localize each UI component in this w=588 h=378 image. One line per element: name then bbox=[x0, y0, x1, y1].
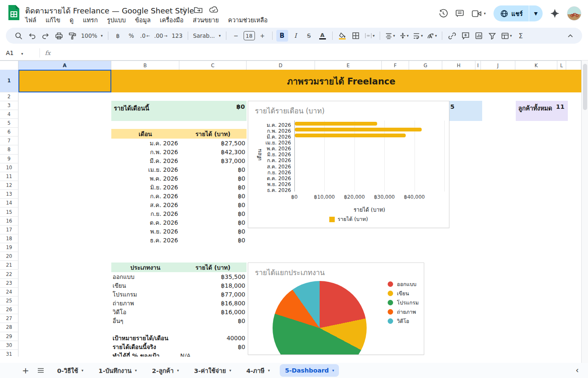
column-header-G[interactable]: G bbox=[409, 61, 442, 70]
font-size-input[interactable]: 18 bbox=[244, 31, 255, 40]
insert-comment-icon[interactable] bbox=[459, 30, 471, 42]
print-icon[interactable] bbox=[53, 30, 65, 42]
sheet-tab-3-ค่าใช้จ่าย[interactable]: 3-ค่าใช้จ่าย▾ bbox=[189, 364, 236, 377]
column-header-A[interactable]: A bbox=[18, 61, 111, 70]
row-header-30[interactable]: 30 bbox=[0, 341, 18, 350]
income-cell[interactable]: ฿35,500 bbox=[179, 273, 247, 280]
row-header-11[interactable]: 11 bbox=[0, 172, 18, 181]
row-header-16[interactable]: 16 bbox=[0, 217, 18, 226]
row-header-29[interactable]: 29 bbox=[0, 332, 18, 341]
income-cell[interactable]: ฿18,000 bbox=[179, 282, 247, 289]
month-cell[interactable]: ก.พ. 2026 bbox=[111, 147, 179, 157]
month-cell[interactable]: ก.ค. 2026 bbox=[111, 192, 179, 201]
column-header-F[interactable]: F bbox=[382, 61, 409, 70]
insert-chart-icon[interactable] bbox=[473, 30, 485, 42]
share-button[interactable]: แชร์ ▼ bbox=[494, 5, 543, 21]
row-header-1[interactable]: 1 bbox=[0, 70, 18, 92]
month-row[interactable]: ก.พ. 2026฿42,300 bbox=[111, 147, 247, 156]
menu-item-3[interactable]: แทรก bbox=[83, 15, 97, 25]
sheet-tab-caret-icon[interactable]: ▾ bbox=[81, 368, 84, 373]
functions-button[interactable]: Σ bbox=[515, 30, 527, 42]
type-row[interactable]: ออกแบบ฿35,500 bbox=[111, 272, 247, 281]
month-row[interactable]: ก.ค. 2026฿0 bbox=[111, 192, 247, 200]
font-select[interactable]: Sarab...▾ bbox=[192, 30, 222, 42]
summary-row[interactable]: รายได้เดือนนี้จริง฿0 bbox=[111, 342, 247, 351]
row-header-25[interactable]: 25 bbox=[0, 297, 18, 305]
row-header-26[interactable]: 26 bbox=[0, 305, 18, 314]
vertical-scrollbar[interactable] bbox=[581, 60, 588, 363]
move-folder-icon[interactable] bbox=[194, 6, 202, 13]
income-cell[interactable]: ฿0 bbox=[179, 318, 247, 324]
add-sheet-icon[interactable]: + bbox=[19, 364, 32, 377]
increase-decimal-button[interactable]: .00→ bbox=[153, 30, 169, 42]
income-cell[interactable]: ฿77,000 bbox=[179, 291, 247, 298]
type-row[interactable]: วิดีโอ฿16,000 bbox=[111, 307, 247, 316]
month-cell[interactable]: มี.ค. 2026 bbox=[111, 156, 179, 165]
summary-value-cell[interactable]: ฿0 bbox=[179, 344, 247, 350]
month-row[interactable]: พ.ค. 2026฿0 bbox=[111, 174, 247, 183]
month-cell[interactable]: ต.ค. 2026 bbox=[111, 218, 179, 227]
sheet-tab-caret-icon[interactable]: ▾ bbox=[135, 368, 137, 373]
month-row[interactable]: พ.ย. 2026฿0 bbox=[111, 227, 247, 236]
kpi-month-income-cell[interactable]: รายได้เดือนนี้ ฿0 bbox=[111, 101, 247, 121]
menu-item-8[interactable]: ความช่วยเหลือ bbox=[228, 15, 268, 25]
type-cell[interactable]: อื่นๆ bbox=[111, 316, 179, 326]
gemini-icon[interactable] bbox=[550, 9, 559, 18]
column-header-C[interactable]: C bbox=[179, 61, 247, 70]
income-cell[interactable]: ฿37,000 bbox=[179, 158, 247, 164]
income-cell[interactable]: ฿0 bbox=[179, 193, 247, 200]
row-header-17[interactable]: 17 bbox=[0, 226, 18, 234]
summary-label-cell[interactable]: รายได้เดือนนี้จริง bbox=[111, 342, 179, 352]
decrease-font-size-button[interactable]: − bbox=[230, 30, 242, 42]
month-cell[interactable]: ก.ย. 2026 bbox=[111, 209, 179, 218]
merge-cells-button[interactable]: ▾ bbox=[363, 30, 376, 42]
sheet-tab-caret-icon[interactable]: ▾ bbox=[229, 368, 231, 373]
comment-history-icon[interactable] bbox=[455, 9, 464, 18]
type-row[interactable]: ถ่ายภาพ฿16,800 bbox=[111, 299, 247, 307]
italic-button[interactable]: I bbox=[290, 30, 302, 42]
borders-icon[interactable] bbox=[350, 30, 362, 42]
income-cell[interactable]: ฿27,500 bbox=[179, 140, 247, 147]
sheet-tab-caret-icon[interactable]: ▾ bbox=[177, 368, 179, 373]
month-cell[interactable]: เม.ย. 2026 bbox=[111, 165, 179, 174]
format-currency-button[interactable]: ฿ bbox=[112, 30, 124, 42]
row-header-2[interactable]: 2 bbox=[0, 92, 18, 101]
sheet-tab-2-ลูกค้า[interactable]: 2-ลูกค้า▾ bbox=[147, 364, 184, 377]
all-sheets-icon[interactable] bbox=[34, 364, 47, 377]
type-cell[interactable]: ถ่ายภาพ bbox=[111, 299, 179, 308]
type-cell[interactable]: ออกแบบ bbox=[111, 272, 179, 281]
summary-row[interactable]: เป้าหมายรายได้/เดือน40000 bbox=[111, 333, 247, 342]
income-cell[interactable]: ฿0 bbox=[179, 184, 247, 191]
menu-item-6[interactable]: เครื่องมือ bbox=[160, 15, 184, 25]
row-header-14[interactable]: 14 bbox=[0, 199, 18, 207]
row-header-31[interactable]: 31 bbox=[0, 350, 18, 357]
row-header-28[interactable]: 28 bbox=[0, 323, 18, 332]
sheet-tab-4-ภาษี[interactable]: 4-ภาษี▾ bbox=[242, 364, 275, 377]
column-header-H[interactable]: H bbox=[442, 61, 475, 70]
month-cell[interactable]: พ.ย. 2026 bbox=[111, 227, 179, 236]
row-header-10[interactable]: 10 bbox=[0, 163, 18, 172]
search-icon[interactable] bbox=[13, 30, 24, 42]
row-header-8[interactable]: 8 bbox=[0, 145, 18, 154]
type-row[interactable]: เขียน฿18,000 bbox=[111, 281, 247, 290]
sheet-tab-5-Dashboard[interactable]: 5-Dashboard▾ bbox=[280, 364, 339, 377]
paint-format-icon[interactable] bbox=[66, 30, 78, 42]
income-cell[interactable]: ฿0 bbox=[179, 175, 247, 182]
share-caret-icon[interactable]: ▼ bbox=[529, 5, 543, 21]
month-cell[interactable]: ส.ค. 2026 bbox=[111, 200, 179, 210]
month-row[interactable]: ธ.ค. 2026฿0 bbox=[111, 236, 247, 245]
number-format-button[interactable]: 123 bbox=[171, 30, 184, 42]
table-views-icon[interactable]: ▾ bbox=[500, 30, 513, 42]
income-cell[interactable]: ฿42,300 bbox=[179, 149, 247, 155]
redo-icon[interactable] bbox=[39, 30, 51, 42]
horizontal-align-button[interactable]: ▾ bbox=[384, 30, 396, 42]
strikethrough-button[interactable]: S bbox=[303, 30, 315, 42]
version-history-icon[interactable] bbox=[438, 9, 448, 18]
row-header-7[interactable]: 7 bbox=[0, 136, 18, 145]
month-row[interactable]: เม.ย. 2026฿0 bbox=[111, 165, 247, 174]
income-cell[interactable]: ฿0 bbox=[179, 210, 247, 217]
tab-scroll-left-icon[interactable]: ‹ bbox=[575, 365, 579, 375]
row-header-22[interactable]: 22 bbox=[0, 270, 18, 279]
summary-label-cell[interactable]: เป้าหมายรายได้/เดือน bbox=[111, 333, 179, 343]
type-cell[interactable]: วิดีโอ bbox=[111, 307, 179, 317]
